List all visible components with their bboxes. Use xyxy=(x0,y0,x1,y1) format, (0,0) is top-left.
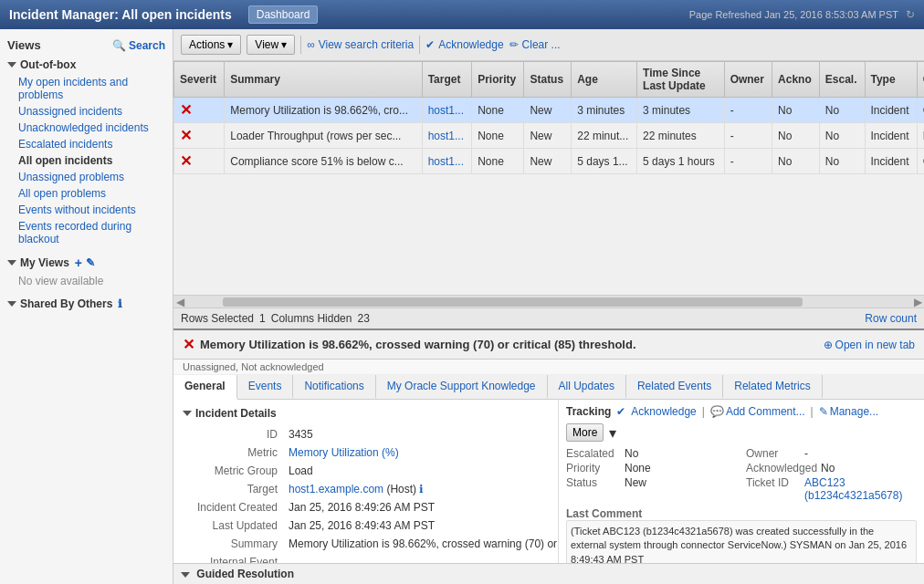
page-refreshed-text: Page Refreshed Jan 25, 2016 8:53:03 AM P… xyxy=(689,9,898,20)
add-view-icon[interactable]: + xyxy=(75,256,82,270)
dashboard-button[interactable]: Dashboard xyxy=(248,5,319,24)
tab-events[interactable]: Events xyxy=(237,375,294,399)
sidebar-item-unassigned-problems[interactable]: Unassigned problems xyxy=(0,169,173,185)
incident-details-title: Incident Details xyxy=(183,407,549,420)
last-comment-label: Last Comment xyxy=(566,507,642,520)
detail-row-id: ID 3435 xyxy=(183,425,559,443)
sidebar-item-escalated[interactable]: Escalated incidents xyxy=(0,136,173,152)
horiz-scroll-thumb[interactable] xyxy=(223,297,803,307)
tracking-title: Tracking xyxy=(566,405,611,418)
tab-oracle-support[interactable]: My Oracle Support Knowledge xyxy=(376,375,548,399)
tab-notifications[interactable]: Notifications xyxy=(293,375,375,399)
sidebar-item-events-blackout[interactable]: Events recorded during blackout xyxy=(0,218,173,247)
table-row[interactable]: ✕ Loader Throughput (rows per sec... hos… xyxy=(174,123,925,149)
sidebar-search-button[interactable]: 🔍 Search xyxy=(112,39,165,52)
outofbox-section-header[interactable]: Out-of-box xyxy=(0,56,173,74)
detail-panel: ✕ Memory Utilization is 98.662%, crossed… xyxy=(173,328,924,584)
tab-related-metrics[interactable]: Related Metrics xyxy=(723,375,822,399)
ticket-id-value: ABC123 (b1234c4321a5678) xyxy=(804,476,917,502)
col-category[interactable]: Category xyxy=(917,62,924,98)
manage-icon: ✎ xyxy=(819,405,828,418)
table-footer: Rows Selected 1 Columns Hidden 23 Row co… xyxy=(173,308,924,328)
detail-subtitle: Unassigned, Not acknowledged xyxy=(173,360,924,375)
table-row[interactable]: ✕ Memory Utilization is 98.662%, cro... … xyxy=(174,98,925,123)
col-status[interactable]: Status xyxy=(524,62,572,98)
target-cell: host1... xyxy=(422,98,472,123)
col-time-since[interactable]: Time SinceLast Update xyxy=(637,62,725,98)
target-link[interactable]: host1... xyxy=(428,130,464,142)
target-link[interactable]: host1... xyxy=(428,104,464,117)
metric-link[interactable]: Memory Utilization (%) xyxy=(289,446,399,459)
severity-error-icon: ✕ xyxy=(180,153,192,169)
status-cell: New xyxy=(524,123,572,149)
age-cell: 5 days 1... xyxy=(572,149,637,174)
col-summary[interactable]: Summary xyxy=(225,62,422,98)
more-dropdown-icon[interactable]: ▾ xyxy=(609,424,616,442)
col-severity[interactable]: Severit xyxy=(174,62,225,98)
tab-related-events[interactable]: Related Events xyxy=(626,375,723,399)
open-new-tab-label: Open in new tab xyxy=(835,339,915,351)
incident-created-value: Jan 25, 2016 8:49:26 AM PST xyxy=(283,498,559,516)
owner-cell: - xyxy=(724,123,772,149)
sidebar-item-all-problems[interactable]: All open problems xyxy=(0,185,173,202)
priority-cell: None xyxy=(472,98,524,123)
detail-row-summary: Summary Memory Utilization is 98.662%, c… xyxy=(183,535,559,553)
outofbox-label: Out-of-box xyxy=(20,58,76,71)
clear-link[interactable]: ✏ Clear ... xyxy=(509,38,561,51)
horiz-scroll-track[interactable] xyxy=(186,297,911,307)
horizontal-scrollbar[interactable]: ◀ ▶ xyxy=(173,295,924,308)
tab-all-updates[interactable]: All Updates xyxy=(548,375,626,399)
col-target[interactable]: Target xyxy=(422,62,472,98)
add-comment-label: Add Comment... xyxy=(726,405,805,418)
target-info-icon[interactable]: ℹ xyxy=(419,483,424,495)
sidebar-item-my-open[interactable]: My open incidents and problems xyxy=(0,74,173,103)
acknowledged-cell: No xyxy=(772,123,820,149)
shared-others-info-icon[interactable]: ℹ xyxy=(118,297,122,310)
manage-link[interactable]: ✎ Manage... xyxy=(819,405,878,418)
escalated-cell: No xyxy=(819,123,865,149)
add-comment-link[interactable]: 💬 Add Comment... xyxy=(710,405,805,418)
table-row[interactable]: ✕ Compliance score 51% is below c... hos… xyxy=(174,149,925,174)
owner-label: Owner xyxy=(746,447,801,460)
acknowledge-label: Acknowledge xyxy=(438,38,503,51)
col-age[interactable]: Age xyxy=(572,62,637,98)
scroll-left-button[interactable]: ◀ xyxy=(173,296,186,308)
content-area: Actions ▾ View ▾ ∞ View search criteria … xyxy=(173,29,924,584)
refresh-icon[interactable]: ↻ xyxy=(906,8,915,21)
col-type[interactable]: Type xyxy=(865,62,917,98)
target-link[interactable]: host1... xyxy=(428,155,464,168)
edit-view-icon[interactable]: ✎ xyxy=(86,256,95,269)
tab-general[interactable]: General xyxy=(173,375,237,400)
target-link-detail[interactable]: host1.example.com xyxy=(289,483,383,495)
sidebar-item-unassigned-incidents[interactable]: Unassigned incidents xyxy=(0,103,173,120)
columns-hidden-value: 23 xyxy=(357,312,369,325)
row-count-link[interactable]: Row count xyxy=(865,312,917,325)
acknowledge-tracking-link[interactable]: Acknowledge xyxy=(631,405,696,418)
view-search-link[interactable]: ∞ View search criteria xyxy=(307,38,414,51)
my-views-header: My Views + ✎ xyxy=(0,253,173,273)
guided-resolution-label: Guided Resolution xyxy=(196,568,294,580)
actions-button[interactable]: Actions ▾ xyxy=(181,35,241,55)
ticket-id-link[interactable]: ABC123 (b1234c4321a5678) xyxy=(804,476,902,502)
sidebar-item-events-without[interactable]: Events without incidents xyxy=(0,202,173,218)
scroll-right-button[interactable]: ▶ xyxy=(911,296,924,308)
col-acknowledged[interactable]: Ackno xyxy=(772,62,820,98)
table-scroll[interactable]: Severit Summary Target Priority Status A… xyxy=(173,61,924,295)
open-new-tab-link[interactable]: ⊕ Open in new tab xyxy=(824,339,915,351)
detail-row-last-updated: Last Updated Jan 25, 2016 8:49:43 AM PST xyxy=(183,516,559,535)
detail-row-metric: Metric Memory Utilization (%) xyxy=(183,443,559,462)
my-views-label: My Views xyxy=(20,256,69,269)
view-button[interactable]: View ▾ xyxy=(247,35,295,55)
more-button[interactable]: More xyxy=(566,423,604,442)
col-escalated[interactable]: Escal. xyxy=(819,62,865,98)
sidebar-item-all-open[interactable]: All open incidents xyxy=(0,152,173,169)
table-header-row: Severit Summary Target Priority Status A… xyxy=(174,62,925,98)
acknowledge-link[interactable]: ✔ Acknowledge xyxy=(425,38,503,51)
tracking-acknowledged-row: Acknowledged No xyxy=(746,462,917,474)
owner-cell: - xyxy=(724,149,772,174)
col-priority[interactable]: Priority xyxy=(472,62,524,98)
sidebar-item-unacknowledged[interactable]: Unacknowledged incidents xyxy=(0,120,173,136)
severity-error-icon: ✕ xyxy=(180,102,192,118)
priority-label: Priority xyxy=(566,462,621,474)
col-owner[interactable]: Owner xyxy=(724,62,772,98)
